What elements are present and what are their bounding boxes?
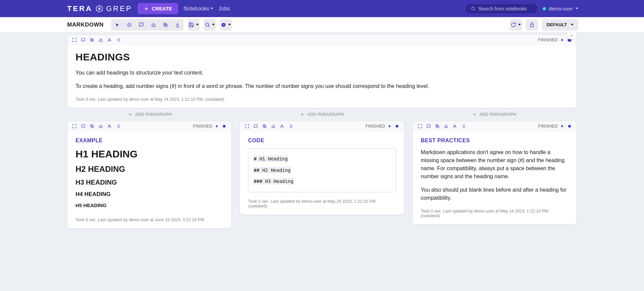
cell-toolbar: FINISHED: [67, 35, 577, 45]
chevron-down-icon: [210, 8, 213, 9]
gear-icon[interactable]: [567, 124, 572, 129]
user-menu[interactable]: demo-user: [543, 6, 578, 11]
svg-point-1: [472, 7, 475, 10]
cell-footer: Took 0 sec. Last updated by demo-user at…: [413, 209, 577, 224]
cell-footer: Took 0 sec. Last updated by demo-user at…: [67, 217, 231, 228]
navbar: TERA GREP CREATE Notebooks Jobs demo-use…: [0, 0, 644, 17]
copy-icon[interactable]: [90, 38, 94, 42]
collapse-button[interactable]: [123, 19, 135, 31]
nav-notebooks-label: Notebooks: [184, 6, 209, 12]
headings-title: HEADINGS: [76, 51, 568, 63]
example-title: EXAMPLE: [76, 138, 223, 144]
add-paragraph-label: ADD PARAGRAPH: [135, 112, 172, 117]
download-button[interactable]: [171, 19, 184, 31]
brand-grep: GREP: [106, 4, 132, 13]
font-icon[interactable]: [107, 124, 112, 129]
lock-button[interactable]: [526, 19, 538, 31]
schedule-menu-button[interactable]: [220, 19, 232, 31]
add-paragraph-button[interactable]: ADD PARAGRAPH: [67, 110, 233, 119]
add-paragraph-button[interactable]: ADD PARAGRAPH: [239, 110, 405, 119]
list-icon[interactable]: [116, 38, 120, 42]
search-input[interactable]: [478, 6, 532, 11]
gear-icon[interactable]: [222, 124, 227, 129]
erase-icon[interactable]: [271, 124, 276, 129]
font-icon[interactable]: [107, 38, 112, 42]
book-icon[interactable]: [253, 124, 258, 129]
example-h2: H2 HEADING: [76, 164, 223, 174]
gear-icon[interactable]: [395, 124, 399, 129]
cell-row: FINISHED EXAMPLE H1 HEADING H2 HEADING H…: [67, 121, 577, 229]
run-icon[interactable]: [387, 124, 392, 129]
cell-headings: FINISHED HEADINGS You can add headings t…: [67, 35, 577, 108]
svg-point-4: [205, 23, 208, 26]
example-h1: H1 HEADING: [76, 148, 223, 160]
collapse-panel-toggle[interactable]: [567, 32, 577, 39]
run-all-button[interactable]: [111, 19, 123, 31]
fullscreen-icon[interactable]: [245, 124, 249, 129]
run-icon[interactable]: [560, 124, 564, 129]
cell-example: FINISHED EXAMPLE H1 HEADING H2 HEADING H…: [67, 121, 232, 229]
cell-footer: Took 0 sec. Last updated by demo-user at…: [240, 199, 404, 214]
cell-toolbar: FINISHED: [67, 121, 231, 131]
add-paragraph-button[interactable]: ADD PARAGRAPH: [411, 110, 577, 119]
best-p1: Markdown applications don't agree on how…: [421, 148, 568, 181]
code-line-2: ## H2 Heading: [253, 167, 291, 174]
fullscreen-icon[interactable]: [72, 38, 77, 42]
create-button[interactable]: CREATE: [138, 3, 178, 14]
create-label: CREATE: [152, 6, 172, 11]
erase-button[interactable]: [147, 19, 159, 31]
code-block: # H1 Heading ## H2 Heading ### H3 Headin…: [248, 148, 396, 192]
interpreter-label: DEFAULT: [547, 22, 567, 27]
erase-icon[interactable]: [98, 124, 103, 129]
fullscreen-icon[interactable]: [72, 124, 77, 129]
copy-button[interactable]: [159, 19, 171, 31]
list-icon[interactable]: [288, 124, 293, 129]
book-icon[interactable]: [426, 124, 431, 129]
run-group: [111, 19, 184, 31]
copy-icon[interactable]: [90, 124, 94, 129]
copy-icon[interactable]: [262, 124, 267, 129]
cell-code: FINISHED CODE # H1 Heading ## H2 Heading…: [240, 121, 404, 215]
example-h5: H5 HEADING: [76, 202, 223, 208]
refresh-menu-button[interactable]: [510, 19, 522, 31]
code-title: CODE: [248, 138, 396, 144]
add-paragraph-row: ADD PARAGRAPH ADD PARAGRAPH ADD PARAGRAP…: [67, 108, 577, 121]
cell-status: FINISHED: [193, 124, 212, 129]
chevron-down-icon: [576, 8, 578, 9]
add-paragraph-label: ADD PARAGRAPH: [480, 112, 516, 117]
book-icon[interactable]: [81, 124, 86, 129]
user-name: demo-user: [549, 6, 573, 11]
copy-icon[interactable]: [435, 124, 440, 129]
erase-icon[interactable]: [98, 38, 103, 42]
headings-howto: To create a heading, add number signs (#…: [76, 82, 568, 90]
interpreter-default-button[interactable]: DEFAULT: [542, 19, 578, 31]
fullscreen-icon[interactable]: [417, 124, 422, 129]
nav-jobs-label: Jobs: [218, 6, 230, 12]
code-line-1: # H1 Heading: [253, 155, 288, 162]
cell-best-practices: FINISHED BEST PRACTICES Markdown applica…: [412, 121, 577, 225]
font-icon[interactable]: [280, 124, 284, 129]
search-box[interactable]: [465, 4, 537, 13]
list-icon[interactable]: [461, 124, 466, 129]
nav-jobs[interactable]: Jobs: [218, 6, 230, 12]
best-title: BEST PRACTICES: [421, 138, 568, 144]
find-menu-button[interactable]: [204, 19, 216, 31]
save-menu-button[interactable]: [188, 19, 200, 31]
run-icon[interactable]: [560, 38, 564, 42]
cell-toolbar: FINISHED: [413, 121, 577, 131]
run-icon[interactable]: [214, 124, 219, 129]
book-button[interactable]: [135, 19, 147, 31]
font-icon[interactable]: [452, 124, 457, 129]
search-icon: [471, 6, 476, 11]
workspace: FINISHED HEADINGS You can add headings t…: [0, 33, 644, 242]
cell-status: FINISHED: [538, 124, 558, 129]
example-h4: H4 HEADING: [76, 191, 223, 198]
nav-notebooks[interactable]: Notebooks: [184, 6, 213, 12]
code-line-3: ### H3 Heading: [253, 178, 294, 185]
presence-dot-icon: [543, 7, 546, 10]
list-icon[interactable]: [116, 124, 120, 129]
brand[interactable]: TERA GREP: [67, 4, 132, 13]
best-p2: You also should put blank lines before a…: [421, 186, 568, 202]
book-icon[interactable]: [81, 38, 86, 42]
erase-icon[interactable]: [444, 124, 448, 129]
